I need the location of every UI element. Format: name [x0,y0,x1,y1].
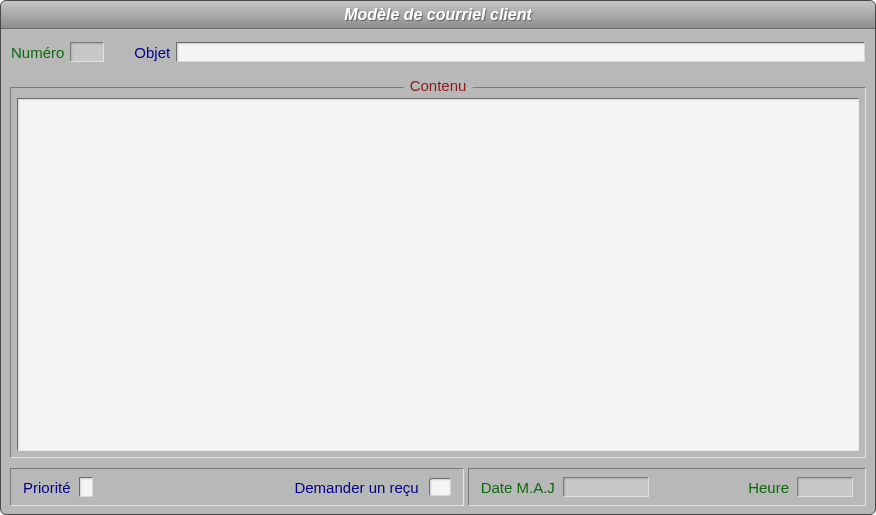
priorite-label: Priorité [23,479,71,496]
content-fieldset: Contenu [10,87,866,458]
header-row: Numéro Objet [11,37,865,65]
receipt-group: Demander un reçu [294,478,450,496]
date-label: Date M.A.J [481,479,555,496]
heure-label: Heure [748,479,789,496]
objet-label: Objet [134,44,170,61]
date-field [563,477,649,497]
content-textarea[interactable] [17,98,859,451]
receipt-checkbox[interactable] [429,478,451,496]
window-title: Modèle de courriel client [344,6,532,24]
objet-input[interactable] [176,42,865,62]
numero-field [70,42,104,62]
client-area: Numéro Objet Contenu Priorité Demander u… [1,29,875,514]
priorite-group: Priorité [23,477,93,497]
titlebar[interactable]: Modèle de courriel client [1,1,875,29]
content-legend: Contenu [404,77,473,94]
priorite-input[interactable] [79,477,93,497]
receipt-label: Demander un reçu [294,479,418,496]
window-frame: Modèle de courriel client Numéro Objet C… [0,0,876,515]
bottom-left-group: Priorité Demander un reçu [10,468,464,506]
bottom-right-group: Date M.A.J Heure [468,468,866,506]
heure-field [797,477,853,497]
bottom-bar: Priorité Demander un reçu Date M.A.J Heu… [10,468,866,506]
numero-label: Numéro [11,44,64,61]
